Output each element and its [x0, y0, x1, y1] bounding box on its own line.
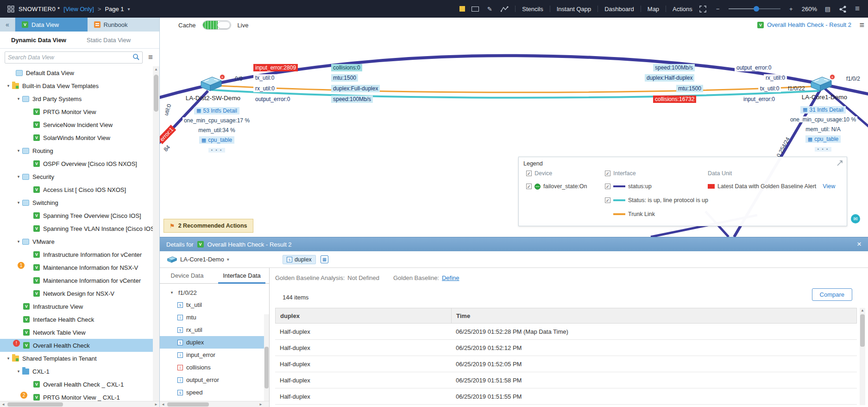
tree-item[interactable]: 2PRTG Monitor View _ CXL-1 — [0, 391, 153, 401]
tree-item[interactable]: Network Design for NSX-V — [0, 287, 153, 300]
tree-group[interactable]: ▾VMware — [0, 235, 153, 248]
scroll-left-icon[interactable]: ◄ — [160, 401, 166, 407]
tree-item[interactable]: OSPF Overview [Cisco IOS NXOS] — [0, 157, 153, 170]
map-label-duplex[interactable]: duplex:Full-duplex — [331, 85, 380, 92]
selected-property-chip[interactable]: s duplex — [283, 255, 316, 264]
table-row[interactable]: Half-duplex 06/25/2019 01:51:58 PM — [275, 372, 857, 388]
map-label-mtu-right[interactable]: mtu:1500 — [676, 85, 703, 92]
tree-group[interactable]: ▾Shared Templates in Tenant — [0, 352, 153, 365]
page-selector[interactable]: Page 1 — [105, 6, 124, 13]
compare-button[interactable]: Compare — [812, 288, 852, 301]
menu-instant-qapp[interactable]: Instant Qapp — [557, 6, 591, 13]
menu-stencils[interactable]: Stencils — [522, 6, 543, 13]
subtab-static-data-view[interactable]: Static Data View — [87, 37, 131, 44]
interface-label[interactable]: f1/0/2 — [844, 75, 862, 83]
tree-item[interactable]: ServiceNow Incident View — [0, 118, 153, 131]
close-icon[interactable]: × — [857, 240, 862, 249]
tree-item[interactable]: Spanning Tree VLAN Instance [Cisco IOS — [0, 222, 153, 235]
tree-vertical-scrollbar[interactable]: ▲ — [153, 66, 159, 401]
property-item[interactable]: imtu — [160, 311, 269, 324]
caret-icon[interactable]: ▾ — [15, 148, 22, 153]
caret-icon[interactable]: ▾ — [15, 369, 22, 374]
map-label-output-error-right[interactable]: output_error:0 — [735, 64, 773, 71]
caret-icon[interactable]: ▾ — [15, 96, 22, 101]
mem-util-label[interactable]: mem_util:34 % — [197, 127, 236, 134]
result-selector[interactable]: V Overall Health Check - Result 2 — [757, 21, 851, 28]
collapse-sidebar-icon[interactable]: « — [0, 18, 15, 32]
scrollbar-thumb[interactable] — [167, 402, 209, 407]
scrollbar-thumb[interactable] — [7, 402, 63, 407]
cache-live-toggle[interactable] — [202, 20, 231, 30]
zoom-out-icon[interactable]: − — [714, 5, 722, 13]
column-header-duplex[interactable]: duplex — [276, 308, 452, 323]
cpu-table-link[interactable]: ▦cpu_table — [805, 135, 841, 143]
tree-group[interactable]: ▾CXL-1 — [0, 365, 153, 378]
tree-item[interactable]: PRTG Monitor View — [0, 105, 153, 118]
canvas-menu-icon[interactable]: ≡ — [859, 20, 864, 30]
legend-view-link[interactable]: View — [823, 183, 835, 190]
caret-icon[interactable]: ▾ — [168, 290, 176, 295]
tree-group[interactable]: ▾3rd Party Systems — [0, 92, 153, 105]
zoom-slider[interactable] — [729, 6, 780, 12]
page-caret-icon[interactable]: ▾ — [128, 6, 130, 12]
property-item[interactable]: ioutput_error — [160, 374, 269, 386]
view-only-link[interactable]: [View Only] — [63, 6, 94, 13]
tree-options-icon[interactable]: ≡ — [146, 53, 155, 62]
map-label-collisions-right[interactable]: collisions:16732 — [653, 95, 696, 103]
property-item[interactable]: iinput_error — [160, 349, 269, 361]
chevron-down-icon[interactable]: ▾ — [227, 257, 229, 262]
search-input[interactable] — [8, 54, 132, 61]
device-name[interactable]: LA-Dist2-SW-Demo — [178, 95, 248, 102]
device-selector[interactable]: LA-Core1-Demo — [180, 256, 224, 263]
search-icon[interactable] — [132, 53, 139, 62]
tree-group[interactable]: ▾Built-in Data View Templates — [0, 79, 153, 92]
table-scrollbar[interactable]: ▲ — [860, 308, 865, 405]
caret-icon[interactable]: ▾ — [15, 174, 22, 179]
tree-item[interactable]: 1Maintenance Information for NSX-V — [0, 261, 153, 274]
zoom-in-icon[interactable]: + — [787, 5, 795, 13]
caret-icon[interactable]: ▾ — [5, 356, 12, 361]
cpu-table-link[interactable]: ▦cpu_table — [199, 136, 234, 144]
recommended-actions-button[interactable]: ⚑ 2 Recommended Actions — [164, 219, 253, 233]
tab-interface-data[interactable]: Interface Data — [214, 268, 269, 283]
link-trunk[interactable] — [212, 85, 819, 92]
map-label-rx-util[interactable]: rx_util:0 — [253, 85, 277, 92]
table-row[interactable]: Half-duplex 06/25/2019 01:52:28 PM (Map … — [275, 324, 857, 340]
gb-define-link[interactable]: Define — [442, 274, 459, 281]
property-list-hscrollbar[interactable]: ◄ ► — [160, 401, 269, 407]
scroll-left-icon[interactable]: ◄ — [0, 401, 6, 407]
map-label-duplex-right[interactable]: duplex:Half-duplex — [645, 74, 694, 82]
tree-item[interactable]: Maintenance Information for vCenter — [0, 274, 153, 287]
map-label-rx-util-right[interactable]: rx_util:0 — [764, 74, 787, 82]
legend-expand-icon[interactable] — [837, 160, 843, 166]
main-menu-icon[interactable]: ≡ — [853, 5, 862, 13]
cpu-usage-label[interactable]: one_min_cpu_usage:10 % — [789, 116, 857, 123]
menu-dashboard[interactable]: Dashboard — [604, 6, 634, 13]
share-icon[interactable] — [838, 5, 847, 13]
subtab-dynamic-data-view[interactable]: Dynamic Data View — [11, 37, 66, 44]
property-item[interactable]: srx_util — [160, 324, 269, 336]
library-icon[interactable]: ▤ — [824, 5, 832, 13]
line-protocol-checkbox[interactable]: ✓ — [605, 197, 610, 203]
fit-to-screen-icon[interactable] — [699, 5, 707, 13]
zoom-slider-knob[interactable] — [754, 6, 759, 12]
tree-group[interactable]: ▾Security — [0, 170, 153, 183]
more-labels-icon[interactable]: • • • — [208, 148, 225, 153]
map-label-input-error[interactable]: input_error:2809 — [253, 64, 298, 71]
interface-label[interactable]: f1/0/22 — [786, 85, 807, 92]
interface-label[interactable]: 0/0 — [233, 75, 245, 83]
scroll-right-icon[interactable]: ► — [153, 401, 159, 407]
map-label-mtu[interactable]: mtu:1500 — [331, 74, 358, 82]
status-up-checkbox[interactable]: ✓ — [605, 184, 610, 189]
property-item-duplex[interactable]: sduplex — [160, 336, 269, 349]
caret-icon[interactable]: ▾ — [15, 239, 22, 244]
cpu-usage-label[interactable]: one_min_cpu_usage:17 % — [182, 117, 251, 124]
property-item[interactable]: stx_util — [160, 299, 269, 311]
map-label-speed-right[interactable]: speed:100Mb/s — [653, 64, 695, 71]
map-label-tx-util-right[interactable]: tx_util:0 — [758, 85, 781, 92]
menu-map[interactable]: Map — [648, 6, 659, 13]
caret-icon[interactable]: ▾ — [15, 200, 22, 205]
device-checkbox[interactable]: ✓ — [526, 171, 532, 176]
tree-item[interactable]: Default Data View — [0, 66, 153, 79]
device-la-core1-demo[interactable]: + — [808, 75, 833, 95]
